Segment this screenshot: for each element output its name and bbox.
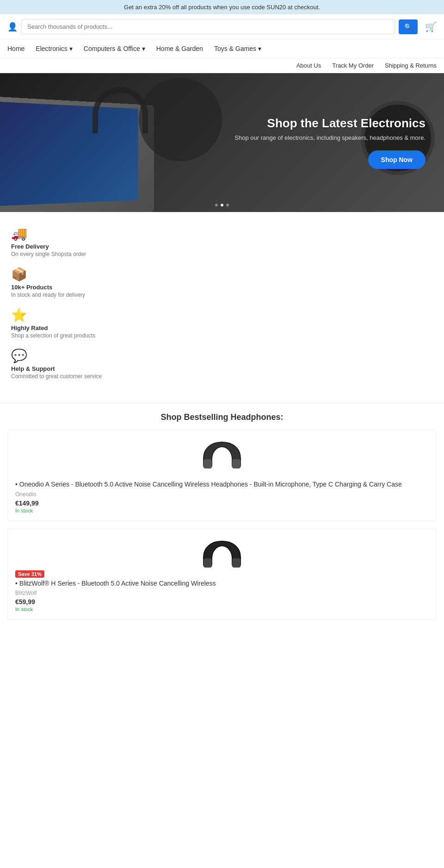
hero-subtitle: Shop our range of electronics, including…: [234, 134, 426, 141]
search-icon: 🔍: [404, 23, 412, 31]
feature-delivery-desc: On every single Shopsta order: [11, 251, 433, 257]
nav-item-electronics[interactable]: Electronics ▾: [36, 45, 72, 52]
hero-dot-1[interactable]: [215, 204, 218, 206]
star-icon: ⭐: [11, 307, 433, 323]
product-image-container-1: [15, 437, 429, 475]
bestsellers-heading: Shop Bestselling Headphones:: [0, 403, 444, 430]
banner-text: Get an extra 20% off all products when y…: [124, 4, 320, 11]
product-brand-1: Oneodio: [15, 491, 429, 498]
search-button[interactable]: 🔍: [399, 19, 418, 34]
chevron-down-icon: ▾: [142, 45, 145, 52]
svg-rect-1: [232, 459, 240, 468]
save-badge-2: Save 31%: [15, 570, 44, 578]
svg-rect-0: [204, 459, 212, 468]
products-icon: 📦: [11, 267, 433, 282]
svg-rect-3: [232, 558, 240, 568]
nav-track-order[interactable]: Track My Order: [332, 62, 374, 69]
product-list: Oneodio A Series - Bluetooth 5.0 Active …: [0, 430, 444, 637]
hero-dot-2[interactable]: [221, 204, 223, 206]
feature-delivery-title: Free Delivery: [11, 243, 433, 250]
product-image-1: [199, 437, 245, 475]
nav-item-home[interactable]: Home: [7, 45, 25, 52]
nav-shipping[interactable]: Shipping & Returns: [385, 62, 437, 69]
product-name-2: BlitzWolf® H Series - Bluetooth 5.0 Acti…: [15, 579, 429, 588]
hero-dot-3[interactable]: [226, 204, 229, 206]
nav-item-computers[interactable]: Computers & Office ▾: [84, 45, 145, 52]
product-card-2[interactable]: Save 31% BlitzWolf® H Series - Bluetooth…: [7, 529, 437, 620]
secondary-navigation: About Us Track My Order Shipping & Retur…: [0, 58, 444, 73]
feature-products-title: 10k+ Products: [11, 284, 433, 291]
product-image-container-2: [15, 537, 429, 574]
product-name-1: Oneodio A Series - Bluetooth 5.0 Active …: [15, 480, 429, 489]
feature-support: 💬 Help & Support Committed to great cust…: [11, 348, 433, 380]
product-price-1: €149,99: [15, 500, 429, 507]
feature-support-desc: Committed to great customer service: [11, 373, 433, 380]
delivery-icon: 🚚: [11, 226, 433, 241]
search-bar: 👤 🔍 🛒: [0, 14, 444, 39]
product-brand-2: BlitzWolf: [15, 590, 429, 596]
top-banner: Get an extra 20% off all products when y…: [0, 0, 444, 14]
product-image-2: [199, 537, 245, 574]
feature-rated-title: Highly Rated: [11, 325, 433, 331]
nav-item-home-garden[interactable]: Home & Garden: [156, 45, 203, 52]
search-input[interactable]: [21, 19, 395, 34]
main-navigation: Home Electronics ▾ Computers & Office ▾ …: [0, 39, 444, 58]
hero-text-block: Shop the Latest Electronics Shop our ran…: [234, 116, 426, 169]
feature-rated: ⭐ Highly Rated Shop a selection of great…: [11, 307, 433, 339]
chevron-down-icon: ▾: [69, 45, 73, 52]
hero-dots: [215, 204, 229, 206]
features-section: 🚚 Free Delivery On every single Shopsta …: [0, 212, 444, 403]
feature-products: 📦 10k+ Products In stock and ready for d…: [11, 267, 433, 298]
product-card-1[interactable]: Oneodio A Series - Bluetooth 5.0 Active …: [7, 430, 437, 521]
nav-item-toys[interactable]: Toys & Games ▾: [214, 45, 261, 52]
feature-support-title: Help & Support: [11, 365, 433, 372]
chat-icon: 💬: [11, 348, 433, 363]
hero-shop-now-button[interactable]: Shop Now: [368, 150, 426, 169]
feature-rated-desc: Shop a selection of great products: [11, 332, 433, 339]
nav-about-us[interactable]: About Us: [296, 62, 321, 69]
feature-products-desc: In stock and ready for delivery: [11, 292, 433, 298]
product-price-2: €59,99: [15, 598, 429, 606]
feature-delivery: 🚚 Free Delivery On every single Shopsta …: [11, 226, 433, 257]
product-stock-2: In stock: [15, 606, 429, 612]
hero-title: Shop the Latest Electronics: [234, 116, 426, 131]
product-stock-1: In stock: [15, 508, 429, 513]
chevron-down-icon: ▾: [258, 45, 261, 52]
svg-rect-2: [204, 558, 212, 568]
hero-banner: Shop the Latest Electronics Shop our ran…: [0, 73, 444, 212]
user-icon[interactable]: 👤: [7, 22, 18, 32]
cart-icon[interactable]: 🛒: [418, 21, 437, 32]
